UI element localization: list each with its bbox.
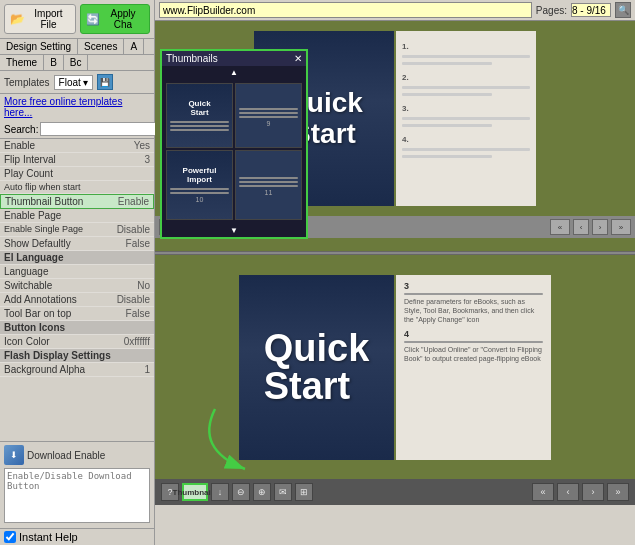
- right-page-bottom: 3 Define parameters for eBooks, such as …: [396, 275, 551, 460]
- bottom-controls-strip: ? Thumbnails ↓ ⊖ ⊕ ✉ ⊞ « ‹ › »: [155, 479, 635, 505]
- left-panel: 📂 Import File 🔄 Apply Cha Design Setting…: [0, 0, 155, 545]
- grid2-button-bottom[interactable]: ⊞: [295, 483, 313, 501]
- thumbnail-popup-header: Thumbnails ✕: [162, 51, 306, 66]
- prev-button-top[interactable]: ‹: [573, 219, 589, 235]
- page-section-3: 3 Define parameters for eBooks, such as …: [404, 281, 543, 324]
- bottom-book-area: QuickStart 3 Define parameters for eBook…: [155, 255, 635, 479]
- thumbnail-item-4[interactable]: 11: [235, 150, 302, 220]
- apply-change-button[interactable]: 🔄 Apply Cha: [80, 4, 150, 34]
- zoom-in-button-bottom[interactable]: ⊕: [253, 483, 271, 501]
- import-file-button[interactable]: 📂 Import File: [4, 4, 76, 34]
- next-button-bottom[interactable]: ›: [582, 483, 604, 501]
- apply-label: Apply Cha: [102, 8, 144, 30]
- settings-item-el-lang: El Language: [0, 251, 154, 265]
- right-panel: Pages: 🔍 Thumbnails ✕ ▲ QuickStart: [155, 0, 635, 545]
- settings-item-language: Language: [0, 265, 154, 279]
- import-label: Import File: [27, 8, 70, 30]
- settings-item-flip-interval: Flip Interval 3: [0, 153, 154, 167]
- template-select[interactable]: Float ▾: [54, 75, 93, 90]
- tab-b[interactable]: B: [44, 55, 64, 70]
- settings-item-enable-page: Enable Page: [0, 209, 154, 223]
- instant-help-label: Instant Help: [19, 531, 78, 543]
- settings-item-show-defaultly: Show Defaultly False: [0, 237, 154, 251]
- bottom-controls-left: ? Thumbnails ↓ ⊖ ⊕ ✉ ⊞: [161, 483, 313, 501]
- first-page-button-top[interactable]: «: [550, 219, 570, 235]
- download-btn-row: ⬇ Download Enable: [4, 445, 150, 465]
- search-label: Search:: [4, 124, 38, 135]
- tab-theme[interactable]: Theme: [0, 55, 44, 70]
- page-section-4: 4 Click "Upload Online" or "Convert to F…: [404, 329, 543, 363]
- search-input[interactable]: [40, 122, 169, 136]
- download-button-bottom[interactable]: ↓: [211, 483, 229, 501]
- url-search-button[interactable]: 🔍: [615, 2, 631, 18]
- save-template-button[interactable]: 💾: [97, 74, 113, 90]
- right-page-top: 1. 2. 3. 4.: [396, 31, 536, 206]
- thumbnail-popup-title: Thumbnails: [166, 53, 218, 64]
- settings-item-toolbar-top: Tool Bar on top False: [0, 307, 154, 321]
- thumbnails-button-bottom[interactable]: Thumbnails: [182, 483, 208, 501]
- search-row: Search:: [0, 120, 154, 139]
- first-page-button-bottom[interactable]: «: [532, 483, 554, 501]
- thumbnail-scroll-down[interactable]: ▼: [162, 224, 306, 237]
- book-title-bottom: QuickStart: [264, 329, 370, 405]
- prev-button-bottom[interactable]: ‹: [557, 483, 579, 501]
- instant-help-checkbox[interactable]: [4, 531, 16, 543]
- tab-design-setting[interactable]: Design Setting: [0, 39, 78, 54]
- zoom-out-button-bottom[interactable]: ⊖: [232, 483, 250, 501]
- template-row: Templates Float ▾ 💾: [0, 71, 154, 94]
- settings-item-auto-flip: Auto flip when start: [0, 181, 154, 194]
- thumbnail-item-1[interactable]: QuickStart: [166, 83, 233, 148]
- download-icon: ⬇: [4, 445, 24, 465]
- download-textarea[interactable]: [4, 468, 150, 523]
- more-templates-link[interactable]: More free online templates here...: [0, 94, 154, 120]
- download-enable-label: Download Enable: [27, 450, 105, 461]
- template-selected-value: Float: [59, 77, 81, 88]
- book-spread-bottom: QuickStart 3 Define parameters for eBook…: [155, 255, 635, 479]
- mail-button-bottom[interactable]: ✉: [274, 483, 292, 501]
- bottom-controls-right: « ‹ › »: [532, 483, 629, 501]
- settings-list: Enable Yes Flip Interval 3 Play Count Au…: [0, 139, 154, 441]
- theme-tabs: Theme B Bc: [0, 55, 154, 71]
- top-controls-right: « ‹ › »: [550, 219, 631, 235]
- pages-label: Pages:: [536, 5, 567, 16]
- settings-item-icon-color: Icon Color 0xffffff: [0, 335, 154, 349]
- bottom-viewer: QuickStart 3 Define parameters for eBook…: [155, 255, 635, 505]
- import-icon: 📂: [10, 12, 25, 26]
- templates-label: Templates: [4, 77, 50, 88]
- settings-item-enable-single: Enable Single Page Disable: [0, 223, 154, 237]
- top-viewer: Thumbnails ✕ ▲ QuickStart: [155, 21, 635, 251]
- left-page-bottom: QuickStart: [239, 275, 394, 460]
- settings-item-bg-alpha: Background Alpha 1: [0, 363, 154, 377]
- thumbnail-item-2[interactable]: 9: [235, 83, 302, 148]
- tab-a[interactable]: A: [124, 39, 144, 54]
- app-container: 📂 Import File 🔄 Apply Cha Design Setting…: [0, 0, 635, 545]
- thumbnail-item-3[interactable]: PowerfulImport 10: [166, 150, 233, 220]
- address-bar: Pages: 🔍: [155, 0, 635, 21]
- settings-item-play-count: Play Count: [0, 167, 154, 181]
- settings-item-enable: Enable Yes: [0, 139, 154, 153]
- pages-input[interactable]: [571, 3, 611, 17]
- settings-item-flash-display: Flash Display Settings: [0, 349, 154, 363]
- design-tabs: Design Setting Scenes A: [0, 39, 154, 55]
- next-button-top[interactable]: ›: [592, 219, 608, 235]
- thumbnail-grid: QuickStart: [162, 79, 306, 224]
- thumbnail-scroll-up[interactable]: ▲: [162, 66, 306, 79]
- thumbnail-close-button[interactable]: ✕: [294, 53, 302, 64]
- settings-item-switchable: Switchable No: [0, 279, 154, 293]
- thumbnail-popup: Thumbnails ✕ ▲ QuickStart: [160, 49, 308, 239]
- apply-icon: 🔄: [86, 13, 100, 26]
- settings-item-thumbnail-button[interactable]: Thumbnail Button Enable: [0, 194, 154, 209]
- settings-item-button-icons: Button Icons: [0, 321, 154, 335]
- url-input[interactable]: [159, 2, 532, 18]
- last-page-button-bottom[interactable]: »: [607, 483, 629, 501]
- toolbar-row: 📂 Import File 🔄 Apply Cha: [0, 0, 154, 39]
- tab-bc[interactable]: Bc: [64, 55, 89, 70]
- settings-item-add-annotations: Add Annotations Disable: [0, 293, 154, 307]
- download-section: ⬇ Download Enable: [0, 441, 154, 528]
- last-page-button-top[interactable]: »: [611, 219, 631, 235]
- dropdown-icon: ▾: [83, 77, 88, 88]
- instant-help-row: Instant Help: [0, 528, 154, 545]
- tab-scenes[interactable]: Scenes: [78, 39, 124, 54]
